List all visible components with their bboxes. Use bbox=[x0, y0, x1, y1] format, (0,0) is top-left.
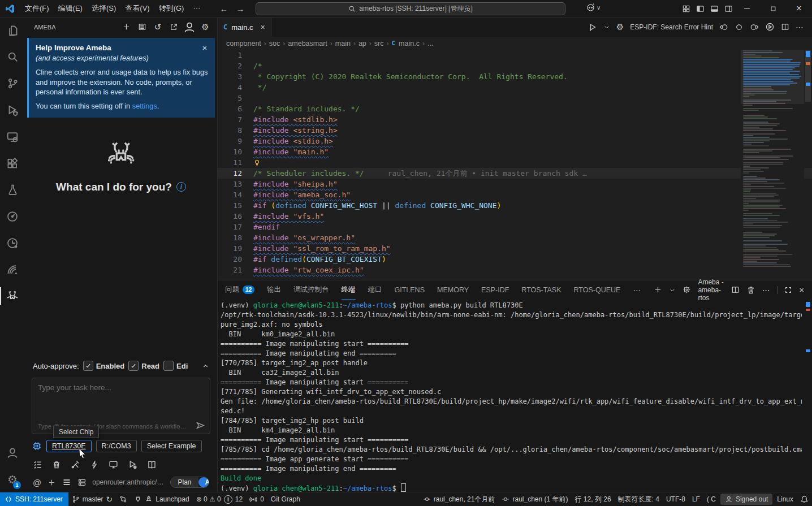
maximize-button[interactable] bbox=[760, 0, 786, 17]
status-encoding[interactable]: UTF-8 bbox=[663, 492, 689, 506]
monitor-icon[interactable] bbox=[109, 460, 118, 469]
nav-dot-icon[interactable] bbox=[735, 23, 744, 32]
more-icon[interactable]: ⋯ bbox=[796, 23, 804, 31]
activity-run-debug[interactable] bbox=[0, 97, 25, 123]
minimize-button[interactable]: ─ bbox=[734, 0, 760, 17]
debug-run-file-icon[interactable] bbox=[128, 460, 137, 469]
activity-extensions[interactable] bbox=[0, 150, 25, 176]
code-editor[interactable]: 12/*3 * Copyright (C) 2020 Realtek Semic… bbox=[217, 50, 812, 280]
panel-tab-RTOS-TASK[interactable]: RTOS-TASK bbox=[521, 280, 561, 299]
nav-back-icon[interactable] bbox=[719, 23, 728, 32]
chip-button-select-example[interactable]: Select Example bbox=[141, 440, 202, 452]
breadcrumb-item-ap[interactable]: ap bbox=[359, 40, 366, 47]
menu-item-1[interactable]: 编辑(E) bbox=[54, 2, 87, 15]
lightbulb-icon[interactable] bbox=[253, 159, 261, 166]
menu-item-2[interactable]: 选择(S) bbox=[87, 2, 120, 15]
trash-icon[interactable] bbox=[746, 286, 755, 295]
activity-settings-gear[interactable]: ⚙1 bbox=[0, 466, 25, 492]
status-remote[interactable]: SSH: 211server bbox=[0, 492, 68, 506]
status-launchpad[interactable]: Launchpad bbox=[131, 492, 192, 506]
collapse-caret-icon[interactable] bbox=[202, 362, 209, 370]
activity-source-control[interactable] bbox=[0, 70, 25, 97]
panel-tab-端口[interactable]: 端口 bbox=[368, 280, 382, 299]
chevron-icon[interactable] bbox=[669, 287, 676, 293]
breadcrumb-item-mainc[interactable]: main.c bbox=[399, 40, 420, 47]
plus-icon[interactable] bbox=[654, 286, 662, 294]
tab-close-icon[interactable]: × bbox=[261, 23, 265, 32]
nav-forward-icon[interactable]: → bbox=[236, 4, 244, 14]
breadcrumb-item-src[interactable]: src bbox=[374, 40, 384, 47]
account-icon[interactable] bbox=[183, 21, 196, 33]
status-signed-out[interactable]: Signed out bbox=[720, 494, 772, 505]
menu-item-5[interactable]: ··· bbox=[188, 2, 205, 15]
panel-tab-RTOS-QUEUE[interactable]: RTOS-QUEUE bbox=[574, 280, 621, 299]
status-blame-2[interactable]: raul_chen (1 年前) bbox=[498, 492, 571, 506]
toggle-secondary-sidebar-icon[interactable] bbox=[724, 5, 733, 13]
chip-button-r-com3[interactable]: R:/COM3 bbox=[96, 440, 137, 452]
command-center[interactable]: ameba-rtos [SSH: 211server] [管理员] bbox=[256, 2, 565, 15]
bolt-icon[interactable] bbox=[90, 460, 99, 469]
panel-tab-ESP-IDF[interactable]: ESP-IDF bbox=[481, 280, 509, 299]
status-blame-1[interactable]: raul_chen, 21个月前 bbox=[420, 492, 499, 506]
plan-mode-button[interactable]: Plan bbox=[171, 477, 198, 487]
splitv-icon[interactable] bbox=[781, 23, 789, 31]
playcircle-icon[interactable] bbox=[765, 22, 775, 32]
playdrop-icon[interactable] bbox=[588, 23, 597, 32]
activity-gitlens[interactable] bbox=[0, 203, 25, 230]
rows-icon[interactable] bbox=[62, 478, 71, 487]
toggle-sidebar-icon[interactable] bbox=[696, 5, 705, 13]
checkbox-unchecked[interactable] bbox=[163, 361, 174, 371]
status-ports[interactable]: 0 bbox=[246, 492, 267, 506]
mcp-server-icon[interactable] bbox=[77, 478, 87, 487]
activity-ameba-crab[interactable] bbox=[0, 283, 25, 309]
gear-icon[interactable]: ⚙ bbox=[616, 23, 624, 31]
tab-main-c[interactable]: C main.c × bbox=[217, 17, 272, 37]
breadcrumb-item-[interactable]: ... bbox=[427, 40, 433, 47]
status-notifications[interactable] bbox=[797, 492, 812, 506]
expand-icon[interactable] bbox=[784, 286, 792, 294]
at-icon[interactable]: @ bbox=[33, 478, 41, 487]
breadcrumb-item-component[interactable]: component bbox=[226, 40, 261, 47]
auto-approve-option-read[interactable]: Read bbox=[128, 361, 159, 371]
splitv-icon[interactable] bbox=[731, 286, 740, 294]
terminal-title[interactable]: Ameba - ameba-rtos bbox=[698, 278, 724, 302]
status-git-graph[interactable]: Git Graph bbox=[267, 492, 304, 506]
trash-icon[interactable] bbox=[52, 460, 61, 469]
terminal-scrollbar[interactable] bbox=[804, 300, 812, 493]
status-compare[interactable] bbox=[116, 492, 131, 506]
info-icon[interactable]: i bbox=[176, 182, 186, 192]
act-mode-button[interactable]: Act bbox=[198, 477, 210, 487]
tools-icon[interactable] bbox=[71, 460, 80, 469]
chevron-icon[interactable] bbox=[603, 24, 610, 31]
breadcrumb-item-main[interactable]: main bbox=[335, 40, 351, 47]
status-problems[interactable]: ⊗ 0 ⚠ 0i12 bbox=[193, 492, 247, 506]
more-icon[interactable]: ⋯ bbox=[633, 286, 641, 294]
checklist-icon[interactable] bbox=[33, 460, 42, 469]
activity-explorer[interactable] bbox=[0, 17, 25, 44]
activity-gitlens-inspect[interactable] bbox=[0, 230, 25, 256]
status-tab-size[interactable]: 制表符长度: 4 bbox=[615, 492, 663, 506]
activity-account[interactable] bbox=[0, 439, 25, 466]
panel-tab-输出[interactable]: 输出 bbox=[267, 280, 281, 299]
menu-item-0[interactable]: 文件(F) bbox=[20, 2, 54, 15]
history-icon[interactable]: ↺ bbox=[152, 21, 164, 33]
banner-close-icon[interactable]: × bbox=[199, 42, 210, 54]
activity-testing[interactable] bbox=[0, 176, 25, 203]
esp-idf-action-label[interactable]: ESP-IDF: Search Error Hint bbox=[630, 23, 713, 31]
activity-remote-explorer[interactable] bbox=[0, 123, 25, 150]
nav-back-icon[interactable]: ← bbox=[219, 4, 228, 14]
editor-scrollbar[interactable] bbox=[804, 50, 812, 280]
status-branch[interactable]: master↻ bbox=[68, 492, 116, 506]
activity-esp-idf[interactable] bbox=[0, 256, 25, 283]
menu-item-4[interactable]: 转到(G) bbox=[154, 2, 189, 15]
settings-link[interactable]: settings bbox=[132, 102, 157, 110]
activity-search[interactable] bbox=[0, 44, 25, 70]
auto-approve-row[interactable]: Auto-approve: EnabledReadEdi bbox=[32, 358, 210, 378]
panel-tab-调试控制台[interactable]: 调试控制台 bbox=[293, 280, 329, 299]
panel-tab-终端[interactable]: 终端 bbox=[342, 280, 356, 300]
panel-tab-GITLENS[interactable]: GITLENS bbox=[395, 280, 425, 299]
plus-icon[interactable] bbox=[47, 478, 56, 487]
breadcrumb-item-amebasmart[interactable]: amebasmart bbox=[288, 40, 327, 47]
customize-layout-icon[interactable] bbox=[682, 5, 690, 13]
status-language-mode[interactable]: ( C bbox=[703, 492, 719, 506]
